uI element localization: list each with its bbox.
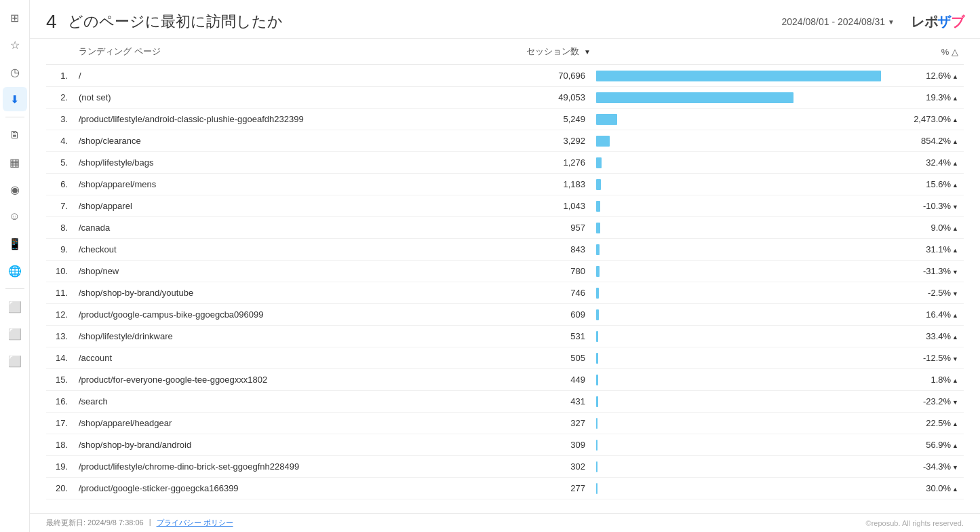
page-cell[interactable]: /shop/apparel <box>73 195 509 217</box>
pct-header: % △ <box>896 39 964 65</box>
sessions-cell: 309 <box>509 434 591 456</box>
sessions-cell: 70,696 <box>509 65 591 87</box>
smiley-icon[interactable]: ☺ <box>3 204 27 229</box>
sessions-cell: 1,276 <box>509 152 591 174</box>
star-icon[interactable]: ☆ <box>3 33 27 57</box>
page-cell[interactable]: /shop/apparel/headgear <box>73 413 509 434</box>
privacy-link[interactable]: プライバシー ポリシー <box>157 518 233 528</box>
sessions-cell: 3,292 <box>509 130 591 152</box>
rank-cell: 3. <box>46 109 73 130</box>
sessions-bar <box>596 179 601 190</box>
bar-wrapper <box>596 374 890 386</box>
page-cell[interactable]: /checkout <box>73 239 509 261</box>
rank-cell: 15. <box>46 369 73 391</box>
sessions-col-label: セッション数 <box>526 46 579 56</box>
page-cell[interactable]: /shop/shop-by-brand/youtube <box>73 282 509 304</box>
page-cell[interactable]: / <box>73 65 509 87</box>
pct-cell: 9.0% <box>896 217 964 239</box>
page-header[interactable]: ランディング ページ <box>73 39 509 65</box>
calendar-icon[interactable]: ▦ <box>3 150 27 174</box>
table-row: 17. /shop/apparel/headgear 327 22.5% <box>46 413 964 434</box>
page-cell[interactable]: /shop/shop-by-brand/android <box>73 434 509 456</box>
download-icon[interactable]: ⬇ <box>3 87 27 111</box>
footer-separator: | <box>149 518 151 528</box>
table-header-row: ランディング ページ セッション数 ▼ % △ <box>46 39 964 65</box>
landing-page-table: ランディング ページ セッション数 ▼ % △ 1. / 70,696 <box>46 39 964 499</box>
sessions-cell: 609 <box>509 304 591 326</box>
page-cell[interactable]: /product/google-sticker-ggoegcka166399 <box>73 478 509 499</box>
bar-cell <box>591 152 896 174</box>
document-icon[interactable]: 🗎 <box>3 123 27 147</box>
page-cell[interactable]: /shop/clearance <box>73 130 509 152</box>
folder3-icon[interactable]: ⬜ <box>3 349 27 373</box>
pct-cell: 32.4% <box>896 152 964 174</box>
bar-wrapper <box>596 92 890 104</box>
sidebar-divider-2 <box>5 288 24 289</box>
folder1-icon[interactable]: ⬜ <box>3 294 27 319</box>
date-range-selector[interactable]: 2024/08/01 - 2024/08/31 ▼ <box>777 14 900 30</box>
dropdown-arrow-icon: ▼ <box>888 18 895 26</box>
phone-icon[interactable]: 📱 <box>3 231 27 256</box>
sessions-bar <box>596 288 599 299</box>
bar-wrapper <box>596 178 890 191</box>
page-cell[interactable]: /account <box>73 347 509 369</box>
bar-header <box>591 39 896 65</box>
page-cell[interactable]: /search <box>73 391 509 413</box>
page-cell[interactable]: /shop/apparel/mens <box>73 174 509 195</box>
logo-zab: ブ <box>951 14 964 29</box>
sessions-header[interactable]: セッション数 ▼ <box>509 39 591 65</box>
table-row: 13. /shop/lifestyle/drinkware 531 33.4% <box>46 326 964 347</box>
rank-cell: 13. <box>46 326 73 347</box>
pct-cell: -12.5% <box>896 347 964 369</box>
report-title: どのページに最初に訪問したか <box>68 12 777 32</box>
globe-icon[interactable]: 🌐 <box>3 259 27 283</box>
sessions-bar <box>596 440 597 451</box>
bar-cell <box>591 413 896 434</box>
report-number: 4 <box>46 11 57 33</box>
sessions-bar <box>596 418 597 429</box>
home-icon[interactable]: ⊞ <box>3 5 27 30</box>
sessions-cell: 746 <box>509 282 591 304</box>
bar-cell <box>591 326 896 347</box>
sessions-cell: 5,249 <box>509 109 591 130</box>
sessions-cell: 957 <box>509 217 591 239</box>
sessions-cell: 780 <box>509 261 591 282</box>
page-cell[interactable]: /shop/lifestyle/drinkware <box>73 326 509 347</box>
bar-wrapper <box>596 396 890 408</box>
sessions-cell: 843 <box>509 239 591 261</box>
pct-col-label: % △ <box>941 47 958 57</box>
page-cell[interactable]: /product/lifestyle/chrome-dino-brick-set… <box>73 456 509 478</box>
pct-cell: 854.2% <box>896 130 964 152</box>
page-cell[interactable]: /product/for-everyone-google-tee-ggoegxx… <box>73 369 509 391</box>
eye-icon[interactable]: ◉ <box>3 177 27 202</box>
bar-cell <box>591 304 896 326</box>
table-row: 14. /account 505 -12.5% <box>46 347 964 369</box>
bar-cell <box>591 195 896 217</box>
bar-wrapper <box>596 417 890 430</box>
page-cell[interactable]: /product/google-campus-bike-ggoegcba0960… <box>73 304 509 326</box>
clock-icon[interactable]: ◷ <box>3 60 27 84</box>
pct-cell: -34.3% <box>896 456 964 478</box>
sessions-cell: 531 <box>509 326 591 347</box>
sessions-cell: 505 <box>509 347 591 369</box>
bar-cell <box>591 282 896 304</box>
page-cell[interactable]: /shop/lifestyle/bags <box>73 152 509 174</box>
sessions-cell: 327 <box>509 413 591 434</box>
sessions-bar <box>596 136 610 147</box>
folder2-icon[interactable]: ⬜ <box>3 322 27 346</box>
bar-wrapper <box>596 461 890 473</box>
table-row: 15. /product/for-everyone-google-tee-ggo… <box>46 369 964 391</box>
rank-cell: 4. <box>46 130 73 152</box>
bar-cell <box>591 87 896 109</box>
sessions-bar <box>596 331 598 342</box>
footer: 最終更新日: 2024/9/8 7:38:06 | プライバシー ポリシー ©r… <box>30 513 980 532</box>
bar-wrapper <box>596 482 890 495</box>
pct-cell: 15.6% <box>896 174 964 195</box>
sessions-cell: 302 <box>509 456 591 478</box>
page-cell[interactable]: /canada <box>73 217 509 239</box>
page-cell[interactable]: /product/lifestyle/android-classic-plush… <box>73 109 509 130</box>
rank-cell: 5. <box>46 152 73 174</box>
page-cell[interactable]: (not set) <box>73 87 509 109</box>
bar-wrapper <box>596 222 890 234</box>
page-cell[interactable]: /shop/new <box>73 261 509 282</box>
